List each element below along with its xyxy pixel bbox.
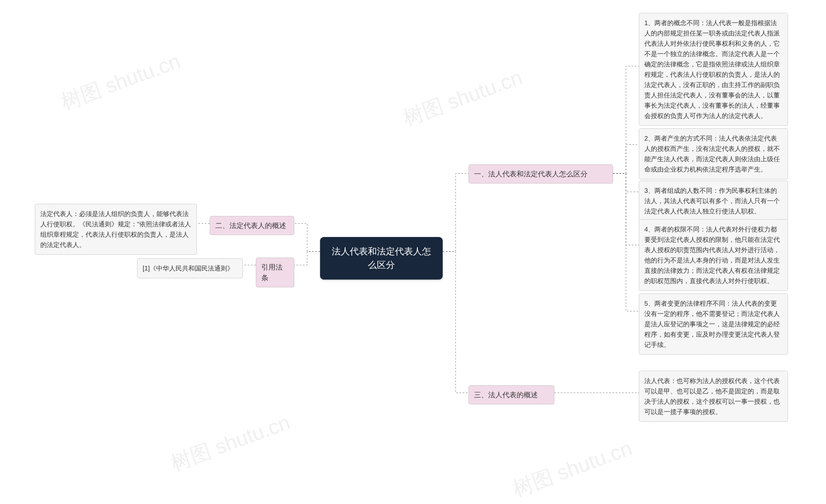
root-node[interactable]: 法人代表和法定代表人怎么区分 — [320, 237, 443, 279]
leaf-text: 3、两者组成的人数不同：作为民事权利主体的法人，其法人代表可以有多个，而法人只有… — [644, 187, 780, 215]
leaf-text: 1、两者的概念不同：法人代表一般是指根据法人的内部规定担任某一职务或由法定代表人… — [644, 19, 780, 119]
leaf-s1-item-3[interactable]: 3、两者组成的人数不同：作为民事权利主体的法人，其法人代表可以有多个，而法人只有… — [639, 181, 788, 221]
branch-label: 三、法人代表的概述 — [474, 391, 538, 399]
branch-section-2[interactable]: 二、法定代表人的概述 — [210, 216, 294, 235]
branch-section-3[interactable]: 三、法人代表的概述 — [469, 385, 554, 404]
branch-section-1[interactable]: 一、法人代表和法定代表人怎么区分 — [469, 165, 613, 184]
leaf-s1-item-5[interactable]: 5、两者变更的法律程序不同：法人代表的变更没有一定的程序，他不需要登记；而法定代… — [639, 294, 788, 355]
mindmap-canvas: 树图 shutu.cn 树图 shutu.cn 树图 shutu.cn 树图 s… — [0, 0, 826, 504]
branch-section-4[interactable]: 引用法条 — [256, 258, 294, 287]
leaf-s1-item-4[interactable]: 4、两者的权限不同：法人代表对外行使权力都要受到法定代表人授权的限制，他只能在法… — [639, 219, 788, 291]
leaf-text: 5、两者变更的法律程序不同：法人代表的变更没有一定的程序，他不需要登记；而法定代… — [644, 300, 780, 348]
watermark: 树图 shutu.cn — [57, 47, 184, 116]
leaf-s3[interactable]: 法人代表：也可称为法人的授权代表，这个代表可以是甲、也可以是乙，他不是固定的，而… — [639, 371, 788, 422]
watermark: 树图 shutu.cn — [167, 408, 294, 477]
leaf-s1-item-2[interactable]: 2、两者产生的方式不同：法人代表依法定代表人的授权而产生，没有法定代表人的授权，… — [639, 128, 788, 179]
leaf-s4[interactable]: [1]《中华人民共和国民法通则》 — [137, 258, 243, 278]
leaf-text: 4、两者的权限不同：法人代表对外行使权力都要受到法定代表人授权的限制，他只能在法… — [644, 226, 780, 285]
leaf-text: 2、两者产生的方式不同：法人代表依法定代表人的授权而产生，没有法定代表人的授权，… — [644, 135, 780, 173]
leaf-s1-item-1[interactable]: 1、两者的概念不同：法人代表一般是指根据法人的内部规定担任某一职务或由法定代表人… — [639, 13, 788, 126]
leaf-s2[interactable]: 法定代表人：必须是法人组织的负责人，能够代表法人行使职权。《民法通则》规定："依… — [35, 204, 197, 255]
leaf-text: 法定代表人：必须是法人组织的负责人，能够代表法人行使职权。《民法通则》规定："依… — [40, 210, 191, 248]
watermark: 树图 shutu.cn — [509, 434, 636, 503]
leaf-text: [1]《中华人民共和国民法通则》 — [142, 265, 234, 272]
branch-label: 二、法定代表人的概述 — [215, 222, 286, 230]
branch-label: 一、法人代表和法定代表人怎么区分 — [474, 170, 588, 178]
leaf-text: 法人代表：也可称为法人的授权代表，这个代表可以是甲、也可以是乙，他不是固定的，而… — [644, 377, 780, 415]
branch-label: 引用法条 — [261, 263, 283, 282]
root-title: 法人代表和法定代表人怎么区分 — [332, 246, 431, 270]
watermark: 树图 shutu.cn — [399, 63, 526, 132]
